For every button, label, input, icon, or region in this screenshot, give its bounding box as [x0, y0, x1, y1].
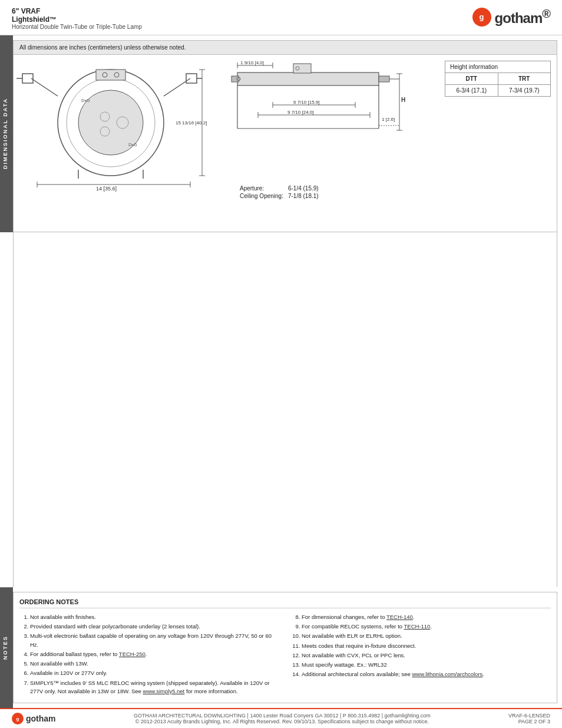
- list-item: For dimensional changes, refer to TECH-1…: [302, 613, 551, 621]
- header-right: g gotham®: [472, 7, 550, 27]
- height-info-table: Height information DTT TRT 6-3/4 (17.1) …: [445, 61, 551, 97]
- tech-250-link[interactable]: TECH-250: [119, 651, 146, 657]
- spacer-panel: [13, 232, 557, 587]
- height-table-title: Height information: [445, 61, 551, 73]
- footer: g gotham GOTHAM ARCHITECTURAL DOWNLIGHTI…: [0, 708, 562, 728]
- footer-page: PAGE 2 OF 3: [508, 719, 550, 724]
- gotham-logo: g gotham®: [472, 7, 550, 27]
- list-item: Meets codes that require in-fixture disc…: [302, 642, 551, 650]
- footer-doc-code: VRAF-6-LENSED: [508, 713, 550, 719]
- svg-point-29: [237, 77, 240, 81]
- notes-col-left: Not available with finishes. Provided st…: [19, 613, 279, 697]
- dimensional-data-section: DIMENSIONAL DATA All dimensions are inch…: [0, 35, 562, 232]
- height-table-col1-value: 6-3/4 (17.1): [445, 85, 498, 97]
- logo-tm: ®: [542, 7, 550, 20]
- svg-rect-32: [379, 76, 389, 82]
- center-diagram-svg: H 1 9/10 [4.0] 1 [2.6]: [226, 61, 408, 179]
- diagram-right: Height information DTT TRT 6-3/4 (17.1) …: [445, 61, 551, 97]
- footer-right: VRAF-6-LENSED PAGE 2 OF 3: [508, 713, 550, 724]
- aperture-label: Aperture:: [237, 185, 286, 192]
- notes-col-right: For dimensional changes, refer to TECH-1…: [291, 613, 551, 697]
- header-left: 6" VRAF Lightshield™ Horizontal Double T…: [12, 7, 142, 30]
- logo-circle-icon: g: [472, 8, 491, 27]
- svg-text:D•G: D•G: [128, 142, 137, 147]
- ceiling-label: Ceiling Opening:: [237, 192, 286, 200]
- svg-text:1 9/10 [4.0]: 1 9/10 [4.0]: [240, 60, 264, 65]
- svg-text:6 7/10 [15.9]: 6 7/10 [15.9]: [293, 100, 319, 105]
- list-item: Not available with ELR or ELRHL option.: [302, 632, 551, 640]
- list-item: For additional ballast types, refer to T…: [30, 650, 279, 658]
- footer-website: gothamlighting.com: [385, 713, 431, 719]
- notes-columns: Not available with finishes. Provided st…: [19, 613, 551, 697]
- list-item: Additional architectural colors availabl…: [302, 670, 551, 678]
- tech-140-link[interactable]: TECH-140: [386, 614, 413, 620]
- left-diagram-svg: D•G D•G 14 [35.6]: [19, 61, 214, 190]
- notes-title: ORDERING NOTES: [19, 598, 551, 608]
- notes-panel: ORDERING NOTES Not available with finish…: [13, 592, 557, 703]
- svg-text:9 7/10 [24.0]: 9 7/10 [24.0]: [287, 110, 313, 115]
- svg-line-3: [31, 78, 58, 96]
- height-table-col2-header: TRT: [498, 73, 551, 85]
- product-name: Lightshield™: [12, 15, 142, 24]
- list-item: Not available with CVX, PCL or PPC lens.: [302, 651, 551, 660]
- spacer-inner: [0, 232, 13, 587]
- notes-list-left: Not available with finishes. Provided st…: [19, 613, 279, 696]
- list-item: Available in 120V or 277V only.: [30, 669, 279, 677]
- diagram-area: D•G D•G 14 [35.6]: [14, 55, 557, 232]
- svg-text:1 [2.6]: 1 [2.6]: [382, 117, 395, 122]
- spacer-section: [0, 232, 562, 587]
- list-item: For compatible RELOC systems, refer to T…: [302, 622, 551, 631]
- footer-logo-circle-icon: g: [12, 713, 24, 724]
- svg-text:D•G: D•G: [81, 98, 90, 103]
- svg-text:H: H: [401, 97, 405, 103]
- archcolors-link[interactable]: www.lithonia.com/archcolors: [412, 671, 482, 677]
- svg-text:14 [35.6]: 14 [35.6]: [96, 186, 117, 192]
- product-code: 6" VRAF: [12, 7, 142, 15]
- diagram-left: D•G D•G 14 [35.6]: [19, 61, 220, 192]
- simply5-link[interactable]: www.simply5.net: [143, 688, 185, 694]
- dimensional-data-panel: All dimensions are inches (centimeters) …: [13, 40, 557, 232]
- tech-110-link[interactable]: TECH-110: [404, 623, 431, 630]
- footer-copyright: © 2012-2013 Acuity Brands Lighting, Inc.…: [56, 719, 508, 724]
- aperture-info: Aperture: 6-1/4 (15.9) Ceiling Opening: …: [226, 185, 439, 200]
- height-table-col2-value: 7-3/4 (19.7): [498, 85, 551, 97]
- footer-phone: P 800.315.4982: [343, 713, 380, 719]
- footer-logo-text: gotham: [26, 714, 56, 723]
- diagram-center: H 1 9/10 [4.0] 1 [2.6]: [226, 61, 439, 200]
- svg-rect-7: [186, 74, 197, 83]
- footer-company-line: GOTHAM ARCHITECTURAL DOWNLIGHTING | 1400…: [56, 713, 508, 719]
- ceiling-value: 7-1/8 (18.1): [286, 192, 321, 200]
- list-item: Multi-volt electronic ballast capable of…: [30, 632, 279, 649]
- list-item: Provided standard with clear polycarbona…: [30, 622, 279, 631]
- notes-list-right: For dimensional changes, refer to TECH-1…: [291, 613, 551, 679]
- header: 6" VRAF Lightshield™ Horizontal Double T…: [0, 0, 562, 35]
- svg-rect-9: [96, 70, 125, 80]
- aperture-value: 6-1/4 (15.9): [286, 185, 321, 192]
- list-item: SIMPLY5™ includes 9' S5 MLC RELOC wiring…: [30, 679, 279, 696]
- svg-rect-27: [237, 73, 379, 85]
- dimensional-data-tab: DIMENSIONAL DATA: [0, 35, 13, 232]
- footer-company: GOTHAM ARCHITECTURAL DOWNLIGHTING: [134, 713, 246, 719]
- footer-address: 1400 Lester Road Conyers GA 30012: [250, 713, 338, 719]
- aperture-table: Aperture: 6-1/4 (15.9) Ceiling Opening: …: [237, 185, 321, 200]
- dimensions-note: All dimensions are inches (centimeters) …: [14, 41, 557, 55]
- svg-text:15 13/16 [40.2]: 15 13/16 [40.2]: [176, 120, 207, 126]
- page-wrapper: 6" VRAF Lightshield™ Horizontal Double T…: [0, 0, 562, 728]
- notes-tab: NOTES: [0, 587, 13, 708]
- list-item: Not available with 13W.: [30, 660, 279, 668]
- logo-text: gotham®: [495, 7, 550, 27]
- notes-section: NOTES ORDERING NOTES Not available with …: [0, 587, 562, 708]
- height-table-col1-header: DTT: [445, 73, 498, 85]
- list-item: Must specify wattage. Ex.: WRL32: [302, 661, 551, 669]
- svg-rect-30: [293, 64, 311, 73]
- footer-center: GOTHAM ARCHITECTURAL DOWNLIGHTING | 1400…: [56, 713, 508, 724]
- footer-logo: g gotham: [12, 713, 56, 724]
- list-item: Not available with finishes.: [30, 613, 279, 621]
- product-desc: Horizontal Double Twin-Tube or Triple-Tu…: [12, 24, 142, 30]
